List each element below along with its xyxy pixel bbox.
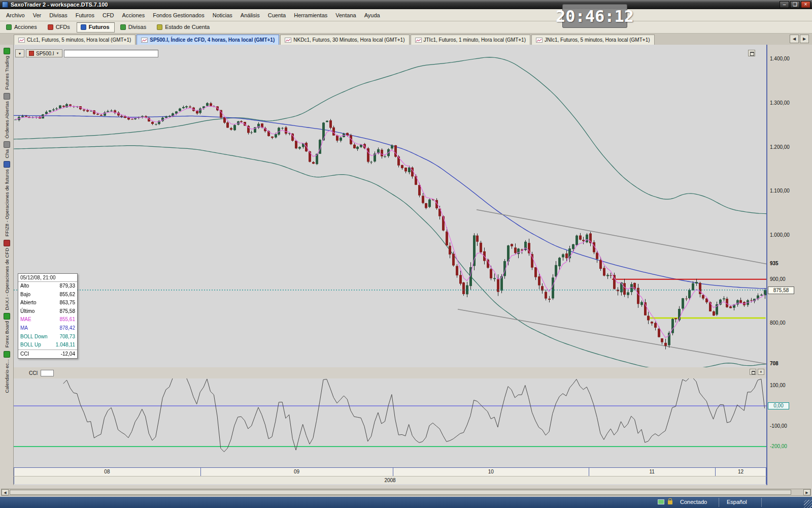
tooltip-row-abierto: Abierto863,75 xyxy=(18,299,77,307)
cci-axis-label: -200,00 xyxy=(770,443,787,449)
sidebar-item-cha[interactable]: Cha xyxy=(4,149,10,158)
chart-menu-dropdown[interactable]: ▼ xyxy=(15,49,24,57)
symbol-selector[interactable]: SP500.I ▼ xyxy=(26,49,62,57)
chart-icon xyxy=(415,38,422,43)
restore-button[interactable]: ❏ xyxy=(790,1,800,8)
menu-archivo[interactable]: Archivo xyxy=(2,11,29,20)
scrollbar-left-arrow[interactable]: ◀ xyxy=(2,489,9,495)
toolbar-label: Estado de Cuenta xyxy=(165,24,210,30)
toolbar-cfds-button[interactable]: CFDs xyxy=(44,22,75,33)
menu-cfd[interactable]: CFD xyxy=(98,11,118,20)
scrollbar-thumb[interactable] xyxy=(10,490,791,495)
chart-toolbar: ▼ SP500.I ▼ xyxy=(15,49,158,57)
menu-fondos-gestionados[interactable]: Fondos Gestionados xyxy=(149,11,209,20)
ohlc-tooltip: 05/12/08, 21:00 Alto879,33Bajo855,62Abie… xyxy=(18,273,78,359)
cci-panel-header: CCI × xyxy=(14,367,766,378)
menu-analisis[interactable]: Análisis xyxy=(236,11,264,20)
year-axis: 2008 xyxy=(14,476,766,484)
close-button[interactable]: × xyxy=(801,1,810,8)
month-separator xyxy=(715,468,716,476)
menu-bar: ArchivoVerDivisasFuturosCFDAccionesFondo… xyxy=(0,9,812,21)
tooltip-label: BOLL Down xyxy=(20,333,48,341)
horizontal-scrollbar[interactable]: ◀ ▶ xyxy=(1,489,811,496)
scroll-right-icon: ▶ xyxy=(805,491,808,494)
price-axis-label: 1.100,00 xyxy=(770,188,790,194)
cci-close-button[interactable]: × xyxy=(758,369,764,375)
price-chart-canvas[interactable] xyxy=(14,47,766,367)
toolbar-estado-de-cuenta-button[interactable]: Estado de Cuenta xyxy=(153,22,215,33)
price-axis-label: 1.200,00 xyxy=(770,144,790,150)
menu-acciones[interactable]: Acciones xyxy=(118,11,149,20)
tooltip-value: 855,62 xyxy=(59,291,75,299)
cci-chart-canvas[interactable] xyxy=(14,378,766,466)
sidebar-item-dax-i-operaciones-de-cfd[interactable]: DAX.I - Operaciones de CFD xyxy=(4,248,10,310)
tooltip-label: MA xyxy=(20,325,28,332)
status-divider xyxy=(761,498,762,507)
chart-tab-jtic1[interactable]: JTIc1, Futuros, 1 minuto, Hora local (GM… xyxy=(411,35,530,45)
scrollbar-right-arrow[interactable]: ▶ xyxy=(803,489,810,495)
cci-axis-label: -100,00 xyxy=(770,423,787,429)
chevron-down-icon: ▼ xyxy=(56,52,59,55)
toolbar-futuros-button[interactable]: Futuros xyxy=(77,22,115,33)
tooltip-value: 863,75 xyxy=(59,299,75,307)
futuros-icon xyxy=(81,24,86,30)
resize-grip[interactable] xyxy=(804,500,812,508)
window-title: SaxoTrader 2 - workspace.DTS.7.100 xyxy=(11,2,108,8)
toolbar-divisas-button[interactable]: Divisas xyxy=(116,22,151,33)
instrument-icon xyxy=(29,51,34,56)
chart-icon xyxy=(536,38,543,43)
menu-ver[interactable]: Ver xyxy=(29,11,46,20)
cci-restore-button[interactable] xyxy=(750,369,756,375)
scroll-right-icon: ▶ xyxy=(803,37,806,41)
month-label: 12 xyxy=(715,469,766,474)
tab-scroll-right-button[interactable]: ▶ xyxy=(800,35,809,43)
sidebar-item-ffiz8-operaciones-de-futuros[interactable]: FFIZ8 - Operaciones de futuros xyxy=(4,169,10,237)
calendario-ec-icon xyxy=(4,351,10,358)
chevron-down-icon: ▼ xyxy=(18,52,22,55)
chart-tab-jnic1[interactable]: JNIc1, Futuros, 5 minutos, Hora local (G… xyxy=(531,35,655,45)
divisas-icon xyxy=(120,24,126,30)
sidebar-item-calendario-ec[interactable]: Calendario ec... xyxy=(4,359,10,393)
chart-tab-clc1[interactable]: CLc1, Futuros, 5 minutos, Hora local (GM… xyxy=(14,35,136,45)
tooltip-label: BOLL Up xyxy=(20,341,41,349)
minimize-icon: – xyxy=(783,2,786,7)
menu-futuros[interactable]: Futuros xyxy=(72,11,98,20)
ordenes-abiertas-icon xyxy=(4,93,10,100)
chart-tab-label: SP500.I, Índice de CFD, 4 horas, Hora lo… xyxy=(150,37,275,43)
menu-herramientas[interactable]: Herramientas xyxy=(290,11,331,20)
toolbar-acciones-button[interactable]: Acciones xyxy=(2,22,42,33)
menu-cuenta[interactable]: Cuenta xyxy=(264,11,290,20)
sidebar-item-forex-board[interactable]: Forex Board xyxy=(4,321,10,347)
chart-tab-sp500-i[interactable]: SP500.I, Índice de CFD, 4 horas, Hora lo… xyxy=(137,35,279,45)
toolbar-label: Futuros xyxy=(89,24,110,30)
chart-icon xyxy=(285,38,291,43)
language-indicator[interactable]: Español xyxy=(727,499,747,505)
chart-icon xyxy=(141,38,148,43)
title-bar[interactable]: SaxoTrader 2 - workspace.DTS.7.100 – ❏ × xyxy=(0,0,812,9)
close-icon: × xyxy=(804,2,807,7)
connection-icon xyxy=(658,499,664,504)
sidebar-item-ordenes-abiertas[interactable]: Órdenes Abiertas xyxy=(4,101,10,138)
menu-divisas[interactable]: Divisas xyxy=(45,11,71,20)
year-separator xyxy=(14,477,14,484)
clock-overlay: 20:46:12 xyxy=(562,4,627,28)
tooltip-row-bajo: Bajo855,62 xyxy=(18,291,77,299)
price-axis-label: 935 xyxy=(770,261,779,266)
status-bar: Conectado Español xyxy=(0,497,812,508)
tooltip-row-ultimo: Último875,58 xyxy=(18,307,77,316)
minimize-button[interactable]: – xyxy=(780,1,789,8)
cci-period-input[interactable] xyxy=(41,370,54,376)
sidebar-item-futures-trading[interactable]: Futures Trading xyxy=(4,56,10,90)
toolbar-label: Acciones xyxy=(14,24,37,30)
scroll-left-icon: ◀ xyxy=(793,37,796,41)
tab-scroll-left-button[interactable]: ◀ xyxy=(790,35,799,43)
chart-restore-button[interactable] xyxy=(748,50,755,56)
tooltip-label: Último xyxy=(20,308,35,315)
chart-tab-nkdc1[interactable]: NKDc1, Futuros, 30 Minutos, Hora local (… xyxy=(280,35,409,45)
menu-ayuda[interactable]: Ayuda xyxy=(360,11,384,20)
symbol-search-input[interactable] xyxy=(64,50,158,57)
menu-ventana[interactable]: Ventana xyxy=(331,11,360,20)
symbol-label: SP500.I xyxy=(36,51,54,56)
menu-noticias[interactable]: Noticias xyxy=(209,11,236,20)
dax-i-operaciones-de-cfd-icon xyxy=(4,240,10,246)
